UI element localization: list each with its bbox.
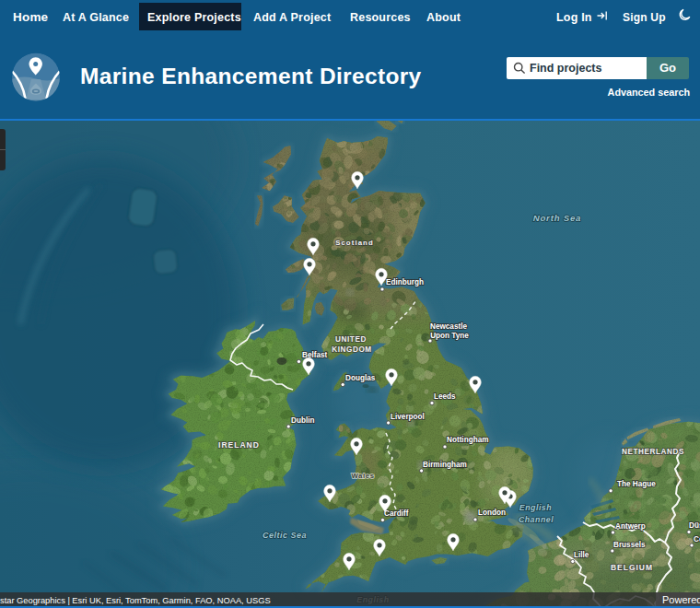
svg-text:Antwerp: Antwerp xyxy=(615,522,646,531)
svg-text:Douglas: Douglas xyxy=(345,374,376,382)
svg-text:Cologne: Cologne xyxy=(694,535,700,544)
svg-text:star Geographics | Esri UK, Es: star Geographics | Esri UK, Esri, TomTom… xyxy=(0,596,271,605)
svg-text:Leeds: Leeds xyxy=(434,392,456,401)
svg-text:Lille: Lille xyxy=(574,551,589,559)
svg-text:Edinburgh: Edinburgh xyxy=(386,278,424,286)
svg-text:Nottingham: Nottingham xyxy=(447,436,488,444)
svg-text:Celtic Sea: Celtic Sea xyxy=(262,531,307,540)
svg-text:Wales: Wales xyxy=(351,472,374,480)
svg-text:Newcastle: Newcastle xyxy=(430,322,467,331)
svg-text:Cardiff: Cardiff xyxy=(384,509,409,518)
svg-text:KINGDOM: KINGDOM xyxy=(332,345,371,354)
svg-text:NETHERLANDS: NETHERLANDS xyxy=(622,448,684,456)
svg-text:The Hague: The Hague xyxy=(617,480,656,488)
svg-text:Belfast: Belfast xyxy=(302,351,328,359)
svg-text:Dublin: Dublin xyxy=(291,416,314,425)
svg-text:London: London xyxy=(478,509,506,517)
svg-text:Liverpool: Liverpool xyxy=(391,413,425,421)
svg-text:Brussels: Brussels xyxy=(613,541,646,549)
svg-text:UNITED: UNITED xyxy=(335,335,367,344)
svg-text:Scotland: Scotland xyxy=(335,239,374,247)
svg-text:Upon Tyne: Upon Tyne xyxy=(430,332,469,340)
svg-text:BELGIUM: BELGIUM xyxy=(611,563,653,572)
svg-text:Düsseldorf: Düsseldorf xyxy=(689,521,700,530)
svg-text:North Sea: North Sea xyxy=(533,213,582,223)
svg-text:Powered by Esri: Powered by Esri xyxy=(662,594,700,605)
svg-text:English: English xyxy=(519,503,552,512)
svg-text:Channel: Channel xyxy=(519,515,554,524)
svg-text:IRELAND: IRELAND xyxy=(218,440,260,450)
svg-text:Birmingham: Birmingham xyxy=(423,461,467,469)
